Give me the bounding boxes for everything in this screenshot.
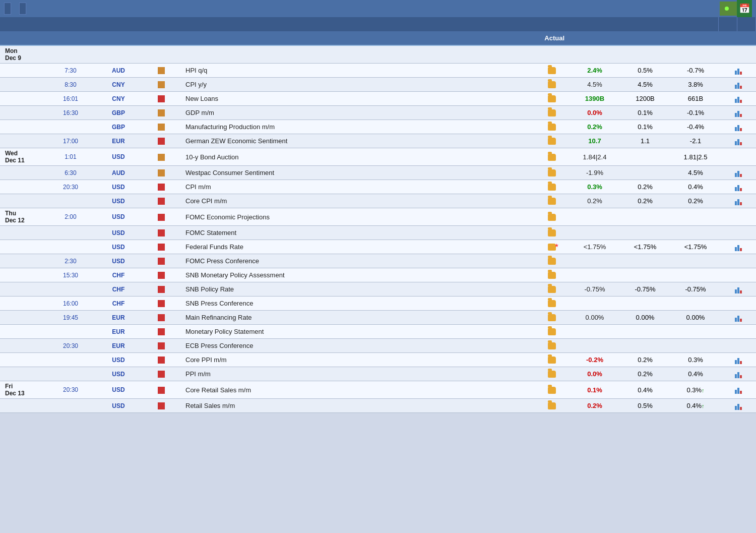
tab-forecast[interactable] (700, 17, 719, 31)
graph-icon[interactable] (721, 231, 756, 234)
graph-icon[interactable] (721, 354, 756, 366)
time-cell (45, 373, 96, 376)
table-row: GBPManufacturing Production m/m0.2%0.1%-… (0, 120, 756, 134)
detail-label: HPI q/q (181, 65, 534, 76)
table-row: EURMonetary Policy Statement (0, 325, 756, 339)
tab-previous[interactable] (719, 17, 737, 31)
folder-icon[interactable] (534, 151, 570, 162)
graph-icon[interactable] (721, 400, 756, 411)
folder-icon[interactable] (534, 400, 570, 411)
folder-icon[interactable] (534, 369, 570, 380)
actual-value: 2.4% (570, 65, 620, 76)
graph-icon[interactable] (721, 215, 756, 218)
folder-icon[interactable] (534, 107, 570, 119)
graph-icon[interactable] (721, 135, 756, 147)
graph-icon[interactable] (721, 65, 756, 76)
actual-value (570, 302, 620, 305)
currency-cell: GBP (96, 108, 141, 118)
folder-icon[interactable] (534, 312, 570, 323)
next-week-arrow[interactable] (19, 3, 26, 15)
folder-icon[interactable] (534, 65, 570, 76)
folder-icon[interactable] (534, 196, 570, 207)
impact-cell (141, 400, 181, 411)
graph-icon[interactable] (721, 107, 756, 119)
time-cell (45, 231, 96, 234)
time-cell: 20:30 (45, 385, 96, 395)
time-cell: 16:01 (45, 94, 96, 104)
folder-icon[interactable] (534, 242, 570, 253)
folder-icon[interactable] (534, 340, 570, 351)
graph-icon[interactable] (721, 53, 756, 56)
graph-icon[interactable] (721, 283, 756, 295)
folder-icon[interactable] (534, 284, 570, 295)
detail-label: New Loans (181, 93, 534, 104)
date-cell: WedDec 11 (0, 148, 45, 165)
folder-icon[interactable] (534, 326, 570, 337)
folder-icon[interactable] (534, 167, 570, 179)
previous-value: 661B (670, 93, 721, 104)
graph-icon[interactable] (721, 195, 756, 207)
previous-value: -0.1% (670, 107, 721, 118)
folder-icon[interactable] (534, 136, 570, 147)
folder-icon[interactable] (534, 384, 570, 395)
folder-icon[interactable] (534, 211, 570, 222)
graph-icon[interactable] (721, 79, 756, 90)
currency-cell: USD (96, 385, 141, 395)
detail-label: CPI y/y (181, 79, 534, 90)
graph-icon[interactable] (721, 312, 756, 323)
folder-icon[interactable] (534, 354, 570, 366)
folder-icon[interactable] (534, 53, 570, 56)
currency-cell: CHF (96, 284, 141, 294)
detail-label: Core PPI m/m (181, 354, 534, 365)
currency-cell: CNY (96, 94, 141, 104)
tab-graph[interactable] (737, 17, 756, 31)
header-bar: 📅 (0, 0, 756, 17)
date-cell (0, 97, 45, 100)
currency-cell: EUR (96, 341, 141, 351)
actual-value: 1390B (570, 93, 620, 104)
folder-icon[interactable] (534, 298, 570, 309)
date-cell (0, 69, 45, 72)
graph-icon[interactable] (721, 121, 756, 133)
prev-week-arrow[interactable] (4, 3, 11, 15)
graph-icon[interactable] (721, 302, 756, 305)
time-cell: 16:00 (45, 299, 96, 309)
time-cell (45, 330, 96, 333)
graph-icon[interactable] (721, 274, 756, 277)
folder-icon[interactable] (534, 122, 570, 133)
graph-icon[interactable] (721, 344, 756, 347)
detail-label: FOMC Press Conference (181, 256, 534, 266)
time-cell: 2:30 (45, 256, 96, 266)
graph-icon[interactable] (721, 384, 756, 396)
impact-cell (141, 151, 181, 162)
folder-icon[interactable] (534, 182, 570, 193)
col-actual: Actual (534, 33, 570, 43)
time-cell: 8:30 (45, 80, 96, 90)
forecast-value: 4.5% (620, 79, 670, 90)
currency-cell: USD (96, 152, 141, 162)
tab-bar (0, 17, 756, 31)
currency-cell: USD (96, 228, 141, 238)
graph-icon[interactable] (721, 260, 756, 263)
graph-icon[interactable] (721, 368, 756, 380)
time-cell (45, 404, 96, 407)
graph-icon[interactable] (721, 181, 756, 193)
col-impact (141, 33, 181, 43)
table-row: USDCore CPI m/m0.2%0.2%0.2% (0, 194, 756, 208)
impact-cell (141, 354, 181, 366)
graph-icon[interactable] (721, 241, 756, 253)
graph-icon[interactable] (721, 155, 756, 158)
col-time[interactable] (45, 33, 96, 43)
folder-icon[interactable] (534, 256, 570, 267)
currency-cell: CHF (96, 299, 141, 309)
table-row: CHFSNB Policy Rate-0.75%-0.75%-0.75% (0, 282, 756, 297)
graph-icon[interactable] (721, 330, 756, 333)
folder-icon[interactable] (534, 227, 570, 239)
graph-icon[interactable] (721, 167, 756, 179)
folder-icon[interactable] (534, 79, 570, 90)
up-next-button[interactable] (720, 2, 737, 16)
detail-label: Retail Sales m/m (181, 400, 534, 411)
graph-icon[interactable] (721, 93, 756, 104)
folder-icon[interactable] (534, 270, 570, 281)
folder-icon[interactable] (534, 93, 570, 104)
